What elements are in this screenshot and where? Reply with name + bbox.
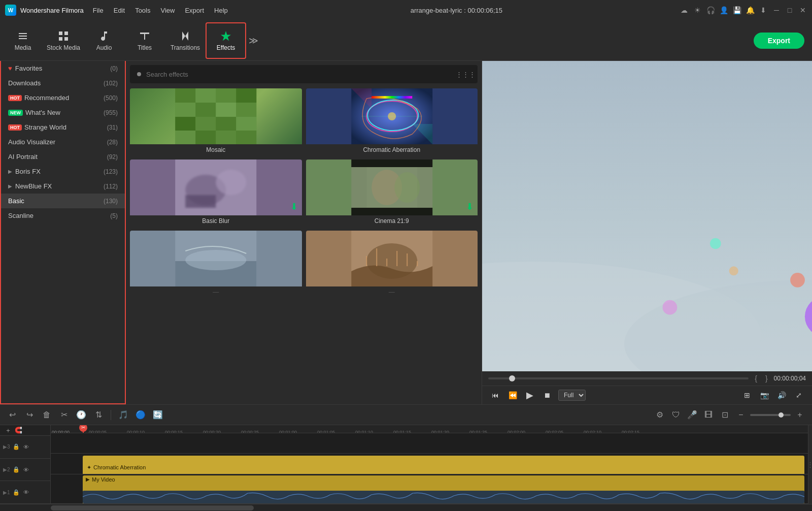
sidebar-item-scanline[interactable]: Scanline (5)	[1, 208, 125, 223]
play-button[interactable]: ▶	[523, 388, 537, 402]
menu-help[interactable]: Help	[209, 6, 233, 15]
app-logo: W	[5, 5, 16, 16]
audio-settings-button[interactable]: 🎵	[116, 408, 130, 422]
sidebar-item-audio-visualizer[interactable]: Audio Visualizer (28)	[1, 135, 125, 149]
sidebar-item-boris-fx[interactable]: ▶ Boris FX (123)	[1, 164, 125, 179]
go-to-start-button[interactable]: ⏮	[488, 388, 502, 402]
tab-transitions[interactable]: Transitions	[165, 22, 206, 59]
effect-card-cinema-21-9[interactable]: ⬇ Cinema 21:9	[306, 159, 478, 227]
tab-titles[interactable]: Titles	[124, 22, 165, 59]
zoom-slider[interactable]	[750, 414, 791, 416]
beat-detect-button[interactable]: 🔵	[133, 408, 148, 422]
sun-icon[interactable]: ☀	[693, 6, 701, 14]
preview-slider-handle[interactable]	[509, 375, 515, 381]
search-input[interactable]	[146, 71, 455, 78]
svg-rect-32	[351, 159, 432, 167]
menu-file[interactable]: File	[88, 6, 109, 15]
preview-progress-slider[interactable]	[488, 377, 749, 379]
sidebar-item-ai-portrait[interactable]: AI Portrait (92)	[1, 149, 125, 164]
playhead[interactable]: ✂	[83, 425, 84, 433]
notification-icon[interactable]: 🔔	[746, 6, 754, 14]
effect-5-name: —	[130, 286, 302, 298]
download-icon[interactable]: ⬇	[759, 6, 767, 14]
tab-effects[interactable]: Effects	[206, 22, 246, 59]
timeline-scrollbar[interactable]	[0, 504, 812, 511]
svg-rect-7	[216, 88, 236, 103]
effect-card-basic-blur[interactable]: ⬇ Basic Blur	[130, 159, 302, 227]
add-track-button[interactable]: +	[3, 425, 13, 435]
magnet-button[interactable]: 🧲	[13, 425, 23, 435]
effect-card-mosaic[interactable]: Mosaic	[130, 88, 302, 155]
headset-icon[interactable]: 🎧	[706, 6, 715, 14]
tab-stock-media[interactable]: Stock Media	[43, 22, 84, 59]
adjust-button[interactable]: ⇅	[91, 408, 106, 422]
cut-button[interactable]: ✂	[57, 408, 71, 422]
camera-icon-2[interactable]: 🔒	[12, 466, 20, 474]
eye-icon-3[interactable]: 👁	[22, 443, 30, 451]
delete-button[interactable]: 🗑	[40, 408, 54, 422]
fx-settings-icon[interactable]: ⚙	[653, 408, 667, 422]
clip-effect-label: Chromatic Aberration	[93, 464, 146, 470]
track-3-content	[51, 433, 812, 454]
redo-button[interactable]: ↪	[22, 408, 37, 422]
maximize-button[interactable]: □	[786, 6, 794, 14]
effect-card-chromatic-aberration[interactable]: Chromatic Aberration	[306, 88, 478, 155]
stop-button[interactable]: ⏹	[540, 388, 554, 402]
sidebar-item-downloads[interactable]: Downloads (102)	[1, 76, 125, 90]
sidebar-item-strange-world[interactable]: HOT Strange World (31)	[1, 120, 125, 135]
effect-cinema-name: Cinema 21:9	[306, 215, 478, 227]
camera-icon-1[interactable]: 🔒	[12, 488, 20, 496]
user-icon[interactable]: 👤	[720, 6, 728, 14]
tab-media[interactable]: Media	[3, 22, 43, 59]
menu-view[interactable]: View	[155, 6, 180, 15]
mask-icon[interactable]: 🛡	[669, 408, 683, 422]
clip-chromatic-aberration[interactable]: ✦ Chromatic Aberration	[83, 456, 804, 474]
scrollbar-thumb[interactable]	[51, 505, 254, 510]
save-icon[interactable]: 💾	[733, 6, 741, 14]
menu-edit[interactable]: Edit	[109, 6, 130, 15]
svg-rect-30	[185, 195, 216, 208]
volume-icon[interactable]: 🔊	[774, 388, 789, 402]
sidebar-scanline-count: (5)	[110, 212, 118, 219]
close-button[interactable]: ✕	[799, 6, 807, 14]
svg-point-60	[710, 238, 721, 249]
restore-button[interactable]: 🕐	[74, 408, 88, 422]
auto-caption-button[interactable]: 🔄	[151, 408, 165, 422]
svg-point-29	[216, 170, 246, 195]
effect-card-effect6[interactable]: —	[306, 231, 478, 298]
camera-icon-3[interactable]: 🔒	[12, 443, 20, 451]
multi-cam-icon[interactable]: 🎞	[701, 408, 716, 422]
tab-audio[interactable]: Audio	[84, 22, 124, 59]
sidebar-item-favorites[interactable]: ♥ Favorites (0)	[1, 61, 125, 76]
undo-button[interactable]: ↩	[5, 408, 19, 422]
ruler-time-9: 00:01:15	[393, 430, 411, 434]
sidebar-item-basic[interactable]: Basic (130)	[1, 194, 125, 208]
zoom-in-button[interactable]: +	[793, 408, 807, 422]
zoom-out-button[interactable]: −	[734, 408, 748, 422]
fullscreen-icon[interactable]: ⤢	[792, 388, 806, 402]
zoom-slider-handle[interactable]	[779, 412, 784, 418]
side-resize-handle[interactable]: ⋮	[808, 425, 812, 504]
mic-icon[interactable]: 🎤	[685, 408, 699, 422]
cloud-icon[interactable]: ☁	[680, 6, 688, 14]
eye-icon-1[interactable]: 👁	[22, 488, 30, 496]
quality-select[interactable]: Full	[558, 390, 586, 401]
eye-icon-2[interactable]: 👁	[22, 466, 30, 474]
step-back-button[interactable]: ⏪	[505, 388, 520, 402]
fit-to-window-icon[interactable]: ⊞	[740, 388, 754, 402]
sidebar-item-newblue-fx[interactable]: ▶ NewBlue FX (112)	[1, 179, 125, 194]
sidebar-item-recommended[interactable]: HOT Recommended (500)	[1, 90, 125, 105]
menu-export[interactable]: Export	[180, 6, 209, 15]
grid-view-button[interactable]: ⋮⋮⋮	[458, 67, 472, 81]
playhead-marker[interactable]: ✂	[79, 425, 87, 432]
svg-rect-6	[195, 88, 216, 103]
svg-rect-26	[371, 96, 412, 99]
menu-tools[interactable]: Tools	[130, 6, 155, 15]
sidebar-item-whats-new[interactable]: NEW What's New (955)	[1, 105, 125, 120]
split-screen-icon[interactable]: ⊡	[718, 408, 732, 422]
effect-card-effect5[interactable]: —	[130, 231, 302, 298]
screenshot-icon[interactable]: 📷	[757, 388, 771, 402]
more-tools-button[interactable]: ≫	[246, 34, 260, 48]
minimize-button[interactable]: ─	[772, 6, 781, 14]
export-button[interactable]: Export	[754, 33, 804, 49]
